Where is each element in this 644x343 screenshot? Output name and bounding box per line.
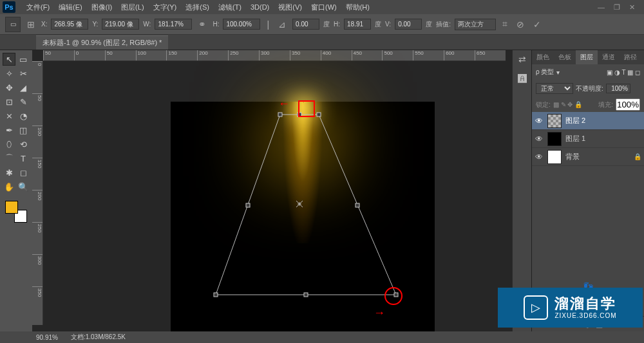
ruler-tick: 150 (32, 158, 43, 190)
zoom-tool[interactable]: 🔍 (17, 180, 30, 193)
ruler-tick: 550 (413, 50, 444, 60)
tool-palette: ↖▭ ✧✂ ✥◢ ⊡✎ ⨯◔ ✒◫ ⬯⟲ ⌒T ✱◻ ✋🔍 (0, 50, 32, 331)
type-tool[interactable]: T (17, 152, 30, 165)
transform-tool-icon[interactable]: ▭ (5, 17, 21, 32)
lock-icons[interactable]: ▩ ✎ ✥ 🔒 (553, 101, 582, 108)
stamp-tool[interactable]: ⨯ (3, 109, 15, 122)
minimize-button[interactable]: — (598, 3, 605, 12)
menu-filter[interactable]: 滤镜(T) (214, 3, 246, 12)
eyedropper-tool[interactable]: ◢ (17, 81, 30, 94)
crop-tool[interactable]: ✥ (3, 81, 15, 94)
deg-label: 度 (323, 20, 330, 29)
menu-edit[interactable]: 编辑(E) (54, 3, 87, 12)
menu-select[interactable]: 选择(S) (181, 3, 214, 12)
layer-name[interactable]: 背景 (565, 152, 580, 162)
annotation-red-rect (298, 100, 315, 117)
ruler-tick: 400 (321, 50, 352, 60)
marquee-tool[interactable]: ▭ (17, 53, 30, 66)
menu-help[interactable]: 帮助(H) (341, 3, 374, 12)
kind-dropdown-icon[interactable]: ▾ (556, 69, 560, 76)
commit-transform-icon[interactable]: ✓ (533, 19, 541, 30)
path-tool[interactable]: ✱ (3, 166, 15, 179)
menu-3d[interactable]: 3D(D) (246, 3, 274, 11)
pen-tool[interactable]: ⌒ (3, 152, 15, 165)
layer-name[interactable]: 图层 1 (565, 134, 585, 144)
menu-type[interactable]: 文字(Y) (149, 3, 182, 12)
history-tool[interactable]: ◔ (17, 109, 30, 122)
layer-name[interactable]: 图层 2 (565, 116, 585, 125)
link-wh-icon[interactable]: ⚭ (198, 19, 206, 30)
character-panel-icon[interactable]: 🅰 (516, 73, 529, 86)
menu-view[interactable]: 视图(V) (274, 3, 307, 12)
move-tool[interactable]: ↖ (3, 53, 15, 66)
eraser-tool[interactable]: ✒ (3, 124, 15, 136)
watermark-title: 溜溜自学 (554, 296, 616, 311)
x-field[interactable] (51, 19, 88, 30)
h-field[interactable] (223, 19, 260, 30)
annotation-arrow-right: → (374, 306, 385, 320)
angle-icon: ⊿ (278, 19, 286, 30)
ruler-tick: 0 (74, 50, 105, 60)
restore-button[interactable]: ❐ (614, 3, 620, 12)
layer-row[interactable]: 👁 图层 2 (532, 112, 644, 130)
lasso-tool[interactable]: ✧ (3, 67, 15, 80)
y-field[interactable] (102, 19, 139, 30)
visibility-icon[interactable]: 👁 (535, 153, 544, 162)
zoom-readout[interactable]: 90.91% (36, 334, 58, 341)
lock-row: 锁定: ▩ ✎ ✥ 🔒 填充: (532, 97, 644, 112)
doc-info[interactable]: 文档:1.03M/862.5K (71, 333, 126, 342)
w-field[interactable] (155, 19, 192, 30)
shape-tool[interactable]: ◻ (17, 166, 30, 179)
visibility-icon[interactable]: 👁 (535, 116, 544, 125)
foreground-swatch[interactable] (5, 201, 18, 214)
angle-field[interactable] (292, 19, 319, 30)
menu-layer[interactable]: 图层(L) (117, 3, 148, 12)
vskew-field[interactable] (395, 19, 422, 30)
divider: | (267, 19, 269, 30)
layer-thumb[interactable] (547, 132, 562, 146)
workspace[interactable]: 5005010015020025030035040045050055060065… (32, 50, 512, 331)
quickselect-tool[interactable]: ✂ (17, 67, 30, 80)
w-label: W: (143, 21, 151, 28)
menu-window[interactable]: 窗口(W) (307, 3, 341, 12)
brush-tool[interactable]: ✎ (17, 95, 30, 108)
tab-layers[interactable]: 图层 (576, 50, 598, 64)
dodge-tool[interactable]: ⟲ (17, 138, 30, 151)
blur-tool[interactable]: ⬯ (3, 138, 15, 151)
hand-tool[interactable]: ✋ (3, 180, 15, 193)
fill-field[interactable] (616, 98, 640, 111)
healing-tool[interactable]: ⊡ (3, 95, 15, 108)
ruler-tick: 100 (136, 50, 167, 60)
menu-image[interactable]: 图像(I) (87, 3, 117, 12)
opacity-field[interactable] (606, 84, 630, 93)
menu-file[interactable]: 文件(F) (22, 3, 54, 12)
hskew-label: H: (334, 21, 340, 28)
gradient-tool[interactable]: ◫ (17, 124, 30, 136)
close-button[interactable]: ✕ (629, 3, 635, 12)
reference-point-icon[interactable]: ⊞ (27, 19, 35, 30)
document-tab[interactable]: 未标题-1 @ 90.9% (图层 2, RGB/8#) * (36, 35, 168, 50)
layer-thumb[interactable] (547, 150, 562, 164)
layer-row[interactable]: 👁 背景 🔒 (532, 148, 644, 166)
hskew-field[interactable] (344, 19, 371, 30)
ruler-tick: 50 (43, 50, 74, 60)
visibility-icon[interactable]: 👁 (535, 134, 544, 144)
ps-logo: Ps (3, 1, 15, 13)
layer-thumb[interactable] (547, 114, 562, 128)
ruler-tick: 250 (32, 222, 43, 254)
cancel-transform-icon[interactable]: ⊘ (516, 19, 524, 30)
history-panel-icon[interactable]: ⇄ (516, 54, 529, 67)
color-swatches[interactable] (5, 201, 27, 223)
panel-tabs: 颜色 色板 图层 通道 路径 (532, 50, 644, 64)
document-tabstrip: 未标题-1 @ 90.9% (图层 2, RGB/8#) * (0, 35, 644, 50)
warp-icon[interactable]: ⌗ (502, 19, 507, 30)
tab-paths[interactable]: 路径 (620, 50, 641, 64)
tab-channels[interactable]: 通道 (598, 50, 620, 64)
layer-row[interactable]: 👁 图层 1 (532, 130, 644, 148)
tab-color[interactable]: 颜色 (532, 50, 554, 64)
lock-icon: 🔒 (634, 153, 641, 160)
blend-mode-select[interactable]: 正常 (536, 83, 573, 94)
tab-swatches[interactable]: 色板 (554, 50, 576, 64)
ruler-tick: 650 (475, 50, 506, 60)
interp-select[interactable]: 两次立方 (455, 19, 496, 30)
